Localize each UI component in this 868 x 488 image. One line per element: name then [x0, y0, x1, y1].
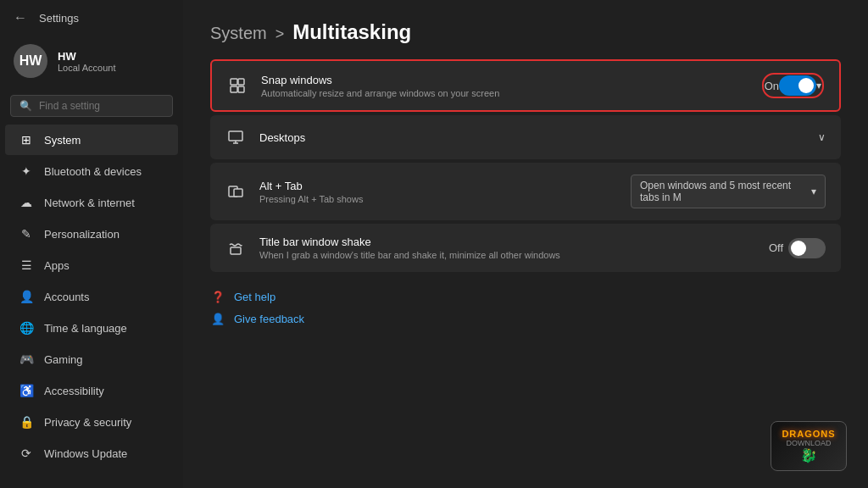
sidebar-item-gaming[interactable]: 🎮 Gaming: [5, 344, 178, 374]
title-bar-toggle-thumb: [791, 241, 806, 256]
user-info: HW Local Account: [58, 50, 116, 73]
sidebar-item-time[interactable]: 🌐 Time & language: [5, 313, 178, 343]
snap-toggle-wrapper[interactable]: On ▾: [762, 73, 824, 98]
sidebar-item-accessibility[interactable]: ♿ Accessibility: [5, 375, 178, 406]
accessibility-icon: ♿: [19, 383, 34, 398]
watermark-text: DRAGONS: [782, 429, 835, 439]
desktops-label: Desktops: [259, 131, 804, 144]
title-bar-toggle-label: Off: [769, 241, 783, 254]
sidebar-item-bluetooth[interactable]: ✦ Bluetooth & devices: [5, 156, 178, 186]
sidebar-item-label: Privacy & security: [44, 416, 131, 429]
title-bar-shake-desc: When I grab a window's title bar and sha…: [259, 250, 755, 260]
svg-rect-9: [231, 247, 241, 254]
sidebar-item-label: Personalization: [44, 228, 120, 241]
snap-toggle-label: On: [765, 80, 779, 92]
page-header: System > Multitasking: [183, 0, 868, 59]
settings-list: Snap windows Automatically resize and ar…: [183, 59, 868, 272]
sidebar-item-privacy[interactable]: 🔒 Privacy & security: [5, 407, 178, 437]
desktops-chevron-icon[interactable]: ∨: [818, 131, 826, 143]
update-icon: ⟳: [19, 446, 34, 461]
snap-windows-desc: Automatically resize and arrange windows…: [261, 88, 748, 98]
sidebar-item-apps[interactable]: ☰ Apps: [5, 250, 178, 280]
svg-rect-1: [238, 79, 244, 85]
user-name: HW: [58, 50, 116, 63]
get-help-label: Get help: [234, 291, 275, 303]
search-icon: 🔍: [19, 100, 32, 112]
alt-tab-label: Alt + Tab: [259, 180, 617, 192]
bottom-links: ❓ Get help 👤 Give feedback: [183, 272, 868, 343]
snap-chevron-icon[interactable]: ▾: [816, 80, 821, 92]
title-bar-shake-setting[interactable]: Title bar window shake When I grab a win…: [210, 224, 841, 272]
title-bar-shake-icon: [225, 238, 246, 258]
alt-tab-dropdown-chevron: ▾: [811, 186, 816, 197]
snap-windows-icon: [227, 75, 248, 96]
back-button[interactable]: ←: [14, 10, 27, 25]
alt-tab-text: Alt + Tab Pressing Alt + Tab shows: [259, 180, 617, 204]
svg-rect-4: [229, 131, 242, 141]
title-bar-shake-text: Title bar window shake When I grab a win…: [259, 236, 755, 260]
sidebar-item-label: Gaming: [44, 353, 83, 366]
give-feedback-icon: 👤: [210, 311, 225, 326]
breadcrumb-parent[interactable]: System: [210, 24, 267, 43]
accounts-icon: 👤: [19, 289, 34, 304]
sidebar-item-label: Network & internet: [44, 197, 135, 209]
snap-toggle-thumb: [798, 78, 814, 93]
search-input[interactable]: [39, 100, 164, 112]
get-help-icon: ❓: [210, 289, 225, 304]
privacy-icon: 🔒: [19, 414, 34, 430]
desktops-setting[interactable]: Desktops ∨: [210, 115, 841, 159]
sidebar-item-label: Accessibility: [44, 385, 104, 397]
title-bar-shake-control: Off: [769, 238, 826, 258]
watermark-subtext: DOWNLOAD: [782, 439, 835, 447]
snap-windows-control: On ▾: [762, 73, 824, 98]
snap-windows-label: Snap windows: [261, 74, 748, 86]
snap-toggle[interactable]: [779, 75, 816, 96]
alt-tab-dropdown[interactable]: Open windows and 5 most recent tabs in M…: [631, 175, 826, 208]
sidebar-header: ← Settings: [0, 0, 183, 36]
sidebar-item-network[interactable]: ☁ Network & internet: [5, 187, 178, 218]
user-section[interactable]: HW HW Local Account: [0, 36, 183, 92]
sidebar-item-label: Apps: [44, 259, 70, 272]
desktops-icon: [225, 127, 246, 147]
give-feedback-link[interactable]: 👤 Give feedback: [210, 311, 841, 326]
sidebar-item-label: Time & language: [44, 322, 127, 335]
watermark: DRAGONS DOWNLOAD 🐉: [758, 412, 860, 480]
give-feedback-label: Give feedback: [234, 313, 304, 325]
snap-windows-text: Snap windows Automatically resize and ar…: [261, 74, 748, 98]
get-help-link[interactable]: ❓ Get help: [210, 289, 841, 304]
avatar: HW: [14, 44, 47, 78]
sidebar-item-personalization[interactable]: ✎ Personalization: [5, 219, 178, 249]
page-title: Multitasking: [292, 20, 411, 44]
sidebar-item-label: Windows Update: [44, 447, 127, 460]
desktops-control: ∨: [818, 131, 826, 143]
sidebar-item-update[interactable]: ⟳ Windows Update: [5, 438, 178, 469]
svg-rect-0: [231, 79, 237, 85]
svg-rect-3: [238, 86, 244, 92]
sidebar-item-label: System: [44, 134, 81, 147]
sidebar-nav: ⊞ System ✦ Bluetooth & devices ☁ Network…: [0, 124, 183, 469]
search-box[interactable]: 🔍: [10, 95, 173, 117]
system-icon: ⊞: [19, 132, 34, 147]
apps-icon: ☰: [19, 258, 34, 273]
time-icon: 🌐: [19, 320, 34, 336]
alt-tab-dropdown-value: Open windows and 5 most recent tabs in M: [640, 180, 806, 203]
sidebar-item-label: Accounts: [44, 291, 89, 303]
user-account-type: Local Account: [58, 63, 116, 73]
svg-rect-2: [231, 86, 237, 92]
bluetooth-icon: ✦: [19, 164, 34, 179]
title-bar-toggle[interactable]: [788, 238, 826, 258]
breadcrumb-separator: >: [275, 25, 285, 43]
sidebar-item-system[interactable]: ⊞ System: [5, 125, 178, 155]
sidebar: ← Settings HW HW Local Account 🔍 ⊞ Syste…: [0, 0, 183, 488]
sidebar-item-accounts[interactable]: 👤 Accounts: [5, 281, 178, 312]
gaming-icon: 🎮: [19, 352, 34, 367]
alt-tab-control: Open windows and 5 most recent tabs in M…: [631, 175, 826, 208]
alt-tab-desc: Pressing Alt + Tab shows: [259, 194, 617, 204]
app-title: Settings: [39, 12, 79, 25]
personalization-icon: ✎: [19, 226, 34, 241]
watermark-dragon-icon: 🐉: [782, 447, 835, 463]
snap-windows-setting[interactable]: Snap windows Automatically resize and ar…: [210, 59, 841, 112]
title-bar-toggle-wrapper: Off: [769, 238, 826, 258]
network-icon: ☁: [19, 195, 34, 210]
alt-tab-setting[interactable]: Alt + Tab Pressing Alt + Tab shows Open …: [210, 163, 841, 220]
